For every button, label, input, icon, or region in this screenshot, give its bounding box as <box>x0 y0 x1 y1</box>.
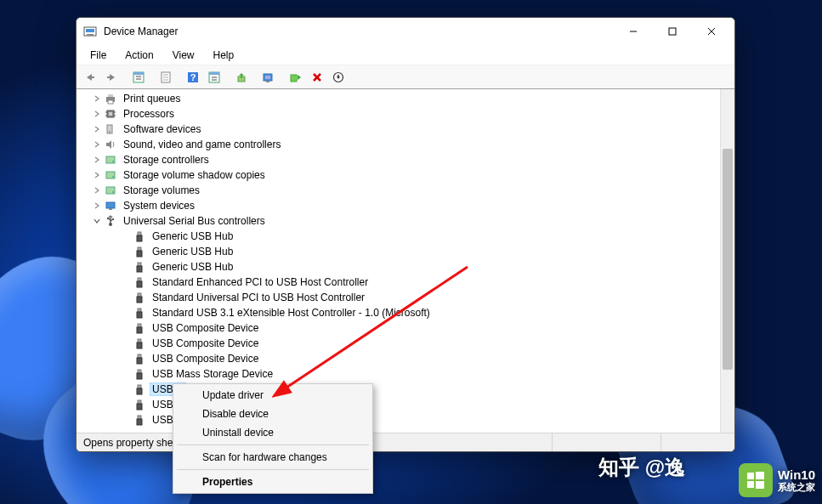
ctx-separator <box>177 445 369 445</box>
watermark-line1: Win10 <box>778 468 815 483</box>
ctx-properties[interactable]: Properties <box>175 473 371 491</box>
tree-spacer <box>121 415 131 425</box>
tree-spacer <box>121 277 131 287</box>
tree-node-collapsed[interactable]: Storage volume shadow copies <box>77 167 734 183</box>
svg-rect-62 <box>137 281 142 287</box>
minimize-button[interactable] <box>614 18 653 45</box>
menu-file[interactable]: File <box>82 48 115 63</box>
tree-node-child[interactable]: Standard Enhanced PCI to USB Host Contro… <box>77 275 734 290</box>
tree-node-label: Print queues <box>121 92 183 105</box>
disable-device-button[interactable] <box>328 68 349 87</box>
chevron-right-icon[interactable] <box>92 139 102 150</box>
tree-node-child[interactable]: USB Composite Device <box>77 336 734 351</box>
tree-node-child[interactable]: USB Composite Device <box>77 351 734 366</box>
show-hide-tree-button[interactable] <box>128 68 149 87</box>
system-icon <box>104 199 117 212</box>
uninstall-device-button[interactable] <box>307 68 327 87</box>
tree-node-label: Storage volumes <box>121 184 202 197</box>
tree-node-child[interactable]: Generic USB Hub <box>77 229 734 244</box>
tree-node-label: Sound, video and game controllers <box>121 138 283 151</box>
cpu-icon <box>104 107 117 121</box>
tree-node-collapsed[interactable]: Print queues <box>77 91 734 106</box>
tree-spacer <box>121 354 131 364</box>
svg-rect-85 <box>756 481 764 489</box>
svg-point-46 <box>112 176 114 178</box>
watermark-win10: Win10 系统之家 <box>739 463 815 497</box>
menu-action[interactable]: Action <box>116 48 162 63</box>
tree-node-collapsed[interactable]: System devices <box>77 198 734 213</box>
chevron-right-icon[interactable] <box>92 185 102 195</box>
svg-rect-84 <box>747 481 754 488</box>
tree-node-label: USB Mass Storage Device <box>150 367 275 381</box>
chevron-right-icon[interactable] <box>92 93 102 104</box>
menu-help[interactable]: Help <box>205 48 243 63</box>
ctx-scan-hardware[interactable]: Scan for hardware changes <box>175 448 371 467</box>
svg-rect-56 <box>137 235 142 241</box>
tree-node-child[interactable]: USB Composite Device <box>77 320 734 336</box>
forward-button[interactable] <box>101 68 122 87</box>
chevron-right-icon[interactable] <box>92 201 102 211</box>
properties-button[interactable] <box>156 68 176 87</box>
svg-rect-59 <box>138 263 141 266</box>
svg-rect-67 <box>138 324 141 327</box>
scan-hardware-button[interactable] <box>258 68 279 87</box>
chevron-right-icon[interactable] <box>92 109 102 119</box>
svg-rect-2 <box>87 34 94 36</box>
usb-device-icon <box>133 260 146 274</box>
menu-view[interactable]: View <box>164 48 203 63</box>
tree-node-child[interactable]: Generic USB Hub <box>77 244 734 259</box>
scrollbar-thumb[interactable] <box>723 149 733 370</box>
win10-logo-icon <box>739 463 773 497</box>
tree-node-label: Generic USB Hub <box>150 245 235 258</box>
svg-rect-79 <box>138 416 141 419</box>
maximize-button[interactable] <box>653 18 692 45</box>
svg-rect-83 <box>756 472 764 479</box>
tree-node-child[interactable]: Generic USB Hub <box>77 259 734 275</box>
ctx-uninstall-device[interactable]: Uninstall device <box>175 423 371 442</box>
tree-node-label: Standard Enhanced PCI to USB Host Contro… <box>150 275 371 289</box>
tree-node-collapsed[interactable]: Storage volumes <box>77 183 734 198</box>
svg-rect-36 <box>109 112 112 116</box>
svg-rect-64 <box>137 297 142 303</box>
device-tree[interactable]: Print queues Processors Software devices… <box>77 89 734 433</box>
chevron-down-icon[interactable] <box>92 216 102 226</box>
window-title: Device Manager <box>104 25 178 37</box>
action-button[interactable] <box>204 68 224 87</box>
tree-node-label: USB Composite Device <box>150 321 261 335</box>
printer-icon <box>104 92 117 105</box>
watermark-zhihu: 知乎 @逸 <box>598 454 685 481</box>
tree-node-collapsed[interactable]: Sound, video and game controllers <box>77 137 734 152</box>
back-button[interactable] <box>80 68 100 87</box>
vertical-scrollbar[interactable] <box>720 89 734 433</box>
tree-node-expanded[interactable]: Universal Serial Bus controllers <box>77 213 734 229</box>
svg-rect-1 <box>86 29 94 32</box>
tree-node-collapsed[interactable]: Storage controllers <box>77 152 734 167</box>
svg-rect-49 <box>106 202 115 208</box>
help-button[interactable]: ? <box>183 68 203 87</box>
update-driver-button[interactable] <box>231 68 252 87</box>
ctx-update-driver[interactable]: Update driver <box>175 386 371 405</box>
usb-device-icon <box>133 291 146 304</box>
svg-rect-76 <box>137 388 142 394</box>
ctx-disable-device[interactable]: Disable device <box>175 405 371 423</box>
svg-rect-54 <box>112 218 114 220</box>
svg-rect-66 <box>137 312 142 318</box>
tree-node-collapsed[interactable]: Software devices <box>77 122 734 137</box>
chevron-right-icon[interactable] <box>92 124 102 134</box>
tree-node-child[interactable]: USB Mass Storage Device <box>77 366 734 382</box>
tree-node-child[interactable]: Standard USB 3.1 eXtensible Host Control… <box>77 305 734 320</box>
menubar: File Action View Help <box>77 45 734 65</box>
tree-node-label: Generic USB Hub <box>150 229 235 243</box>
chevron-right-icon[interactable] <box>92 170 102 180</box>
svg-rect-33 <box>108 94 113 97</box>
close-button[interactable] <box>692 18 731 45</box>
tree-node-collapsed[interactable]: Processors <box>77 106 734 122</box>
usb-device-icon <box>133 321 146 335</box>
titlebar[interactable]: Device Manager <box>77 18 734 45</box>
chevron-right-icon[interactable] <box>92 155 102 165</box>
svg-rect-73 <box>138 370 141 373</box>
enable-device-button[interactable] <box>286 68 306 87</box>
tree-node-child[interactable]: Standard Universal PCI to USB Host Contr… <box>77 290 734 305</box>
svg-rect-82 <box>747 473 754 479</box>
storage-icon <box>104 184 117 197</box>
